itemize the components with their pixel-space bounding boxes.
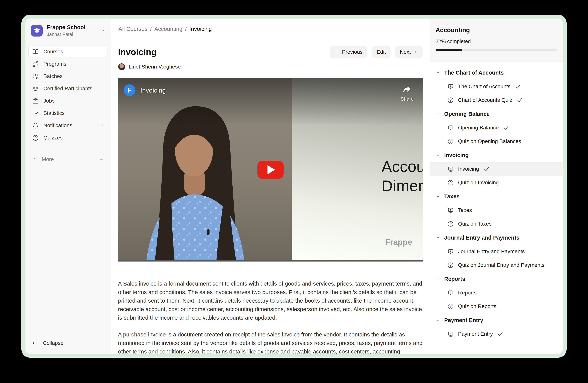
play-button[interactable] (257, 161, 284, 179)
graduation-cap-icon (32, 86, 39, 92)
breadcrumb-separator: / (185, 26, 187, 32)
help-circle-icon (448, 304, 454, 309)
outline-lesson[interactable]: The Chart of Accounts (430, 80, 563, 93)
outline-lesson[interactable]: Payment Entry (430, 327, 563, 341)
video-player[interactable]: Accounting Dimensions F Invoicing Share (118, 78, 423, 262)
sidebar-item-jobs[interactable]: Jobs (29, 95, 107, 107)
monitor-play-icon (448, 331, 454, 337)
bell-icon (32, 122, 39, 129)
chapter-reports[interactable]: Reports (430, 272, 563, 286)
monitor-play-icon (448, 125, 454, 131)
outline-lesson[interactable]: Quiz on Journal Entry and Payments (430, 258, 563, 272)
chevron-down-icon (436, 112, 440, 116)
outline-lesson[interactable]: Taxes (430, 203, 563, 217)
outline-lesson[interactable]: Quiz on Taxes (430, 217, 563, 231)
chevron-left-icon (335, 50, 339, 54)
sidebar-item-label: Programs (43, 61, 66, 67)
plus-icon[interactable] (99, 157, 104, 162)
sidebar-item-quizzes[interactable]: Quizzes (29, 132, 107, 144)
next-button[interactable]: Next (395, 46, 423, 58)
outline-lesson-current[interactable]: Invoicing (430, 162, 563, 176)
chapter-journal-entry-and-payments[interactable]: Journal Entry and Payments (430, 231, 563, 245)
course-panel-header: Accounting 22% completed (430, 19, 563, 61)
share-icon (403, 85, 411, 94)
check-icon (515, 84, 521, 89)
outline-lesson[interactable]: Opening Balance (430, 121, 563, 134)
sidebar-item-batches[interactable]: Batches (29, 70, 107, 82)
breadcrumb-separator: / (150, 26, 151, 32)
share-button[interactable]: Share (401, 85, 414, 102)
course-title: Accounting (436, 26, 558, 34)
breadcrumb-current: Invoicing (189, 26, 212, 32)
check-icon (517, 97, 523, 103)
workspace-switcher[interactable]: Frappe School Jannat Patel (29, 23, 107, 38)
sidebar-item-courses[interactable]: Courses (29, 46, 107, 57)
sidebar-collapse-button[interactable]: Collapse (29, 337, 107, 349)
outline-lesson[interactable]: Quiz on Opening Balances (430, 134, 563, 148)
trending-up-icon (32, 110, 39, 116)
sidebar-item-label: Quizzes (43, 135, 63, 141)
edit-button[interactable]: Edit (372, 46, 391, 58)
workspace-user: Jannat Patel (47, 32, 96, 37)
monitor-play-icon (448, 84, 454, 90)
video-title-row: F Invoicing (124, 84, 166, 96)
notification-count-badge: 1 (101, 123, 104, 129)
lesson-paragraph: A purchase invoice is a document created… (118, 330, 423, 354)
sidebar-item-label: Statistics (43, 110, 64, 116)
help-circle-icon (448, 97, 454, 103)
chapter-taxes[interactable]: Taxes (430, 190, 563, 203)
check-icon (484, 166, 489, 172)
sidebar-item-label: Jobs (43, 98, 55, 104)
outline-lesson[interactable]: Chart of Accounts Quiz (430, 93, 563, 107)
sidebar-item-statistics[interactable]: Statistics (29, 107, 107, 119)
sidebar-item-label: Courses (43, 49, 63, 55)
channel-avatar[interactable]: F (124, 84, 135, 96)
chapter-the-chart-of-accounts[interactable]: The Chart of Accounts (430, 66, 563, 80)
progress-bar-fill (436, 49, 462, 51)
chevron-right-icon (413, 50, 418, 54)
sidebar-spacer (29, 165, 107, 337)
users-icon (32, 73, 39, 79)
outline-lesson[interactable]: Journal Entry and Payments (430, 245, 563, 258)
sidebar-more-toggle[interactable]: More (29, 153, 107, 165)
progress-bar-track (436, 49, 558, 51)
check-icon (503, 125, 509, 131)
collapse-label: Collapse (43, 340, 63, 346)
chevron-down-icon (436, 277, 440, 281)
frappe-watermark: Frappe (385, 238, 412, 247)
breadcrumb-course[interactable]: Accounting (154, 26, 182, 32)
chapter-opening-balance[interactable]: Opening Balance (430, 107, 563, 121)
help-circle-icon (448, 262, 454, 268)
chapter-invoicing[interactable]: Invoicing (430, 148, 563, 162)
chevron-down-icon (100, 28, 105, 33)
page-title: Invoicing (118, 47, 157, 57)
outline-lesson[interactable]: Quiz on Reports (430, 300, 563, 313)
chapter-payment-entry[interactable]: Payment Entry (430, 313, 563, 327)
previous-button[interactable]: Previous (330, 46, 368, 58)
help-circle-icon (32, 135, 39, 141)
author-row: Linet Sherin Varghese (118, 63, 423, 70)
book-open-icon (32, 49, 39, 55)
chevron-down-icon (436, 194, 440, 198)
course-outline: The Chart of Accounts The Chart of Accou… (430, 61, 563, 354)
help-circle-icon (448, 221, 454, 227)
chevron-right-icon (32, 157, 37, 162)
video-title[interactable]: Invoicing (140, 87, 166, 94)
app-window: Frappe School Jannat Patel Courses Progr… (25, 19, 563, 354)
sidebar-item-notifications[interactable]: Notifications 1 (29, 120, 107, 131)
outline-lesson[interactable]: Reports (430, 286, 563, 300)
video-progress-bar[interactable] (118, 260, 423, 262)
sidebar-item-programs[interactable]: Programs (29, 58, 107, 70)
chevron-down-icon (436, 153, 440, 157)
route-icon (32, 61, 39, 67)
lesson-content: Invoicing Previous Edit Next (111, 39, 430, 354)
outline-lesson[interactable]: Quiz on Invoicing (430, 176, 563, 190)
workspace-name: Frappe School (47, 24, 96, 30)
sidebar-item-certified-participants[interactable]: Certified Participants (29, 83, 107, 95)
main-content: All Courses / Accounting / Invoicing Inv… (111, 19, 430, 354)
breadcrumb-all-courses[interactable]: All Courses (118, 26, 147, 32)
course-outline-panel: Accounting 22% completed The Chart of Ac… (430, 19, 563, 354)
briefcase-icon (32, 98, 39, 104)
sidebar-item-label: Notifications (43, 122, 72, 129)
help-circle-icon (448, 138, 454, 144)
